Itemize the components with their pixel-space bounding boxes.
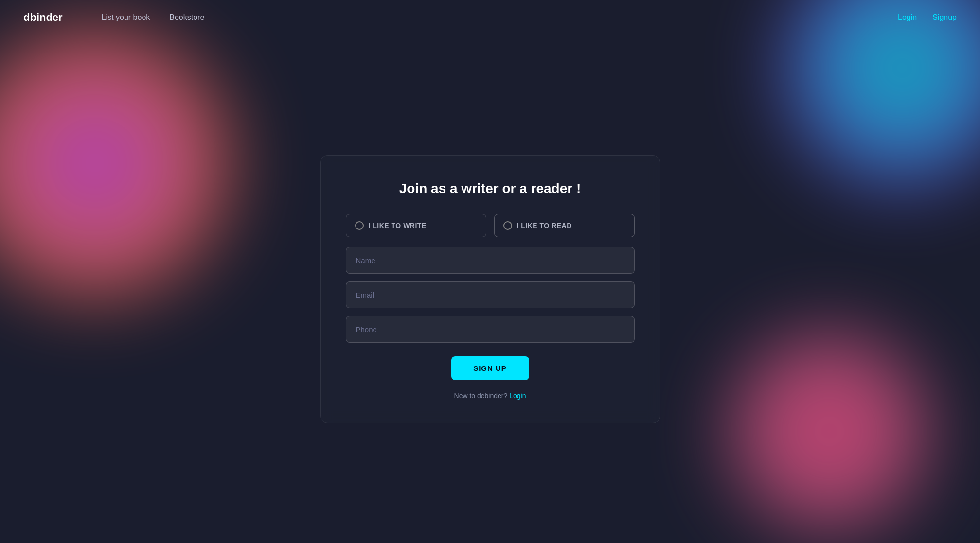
name-group — [346, 247, 635, 274]
card-footer: New to debinder? Login — [346, 392, 635, 400]
role-selection: I LIKE TO WRITE I LIKE TO READ — [346, 214, 635, 237]
navbar-auth: Login Signup — [898, 13, 957, 22]
card-title: Join as a writer or a reader ! — [346, 181, 635, 196]
role-read-label: I LIKE TO READ — [517, 222, 572, 229]
nav-signup[interactable]: Signup — [932, 13, 957, 22]
nav-login[interactable]: Login — [898, 13, 917, 22]
phone-input[interactable] — [346, 316, 635, 343]
name-input[interactable] — [346, 247, 635, 274]
radio-read — [503, 221, 512, 230]
logo: dbinder — [23, 11, 63, 24]
nav-link-list-book[interactable]: List your book — [102, 13, 150, 22]
role-write-option[interactable]: I LIKE TO WRITE — [346, 214, 486, 237]
phone-group — [346, 316, 635, 343]
navbar-links: List your book Bookstore — [102, 13, 898, 22]
footer-login-link[interactable]: Login — [509, 392, 526, 400]
footer-text: New to debinder? — [454, 392, 508, 400]
role-write-label: I LIKE TO WRITE — [369, 222, 427, 229]
navbar: dbinder List your book Bookstore Login S… — [0, 0, 980, 35]
signup-card: Join as a writer or a reader ! I LIKE TO… — [320, 155, 660, 423]
radio-write — [355, 221, 364, 230]
nav-link-bookstore[interactable]: Bookstore — [169, 13, 204, 22]
signup-button[interactable]: SIGN UP — [451, 356, 529, 380]
role-read-option[interactable]: I LIKE TO READ — [494, 214, 635, 237]
main-content: Join as a writer or a reader ! I LIKE TO… — [0, 35, 980, 543]
email-input[interactable] — [346, 281, 635, 308]
email-group — [346, 281, 635, 308]
